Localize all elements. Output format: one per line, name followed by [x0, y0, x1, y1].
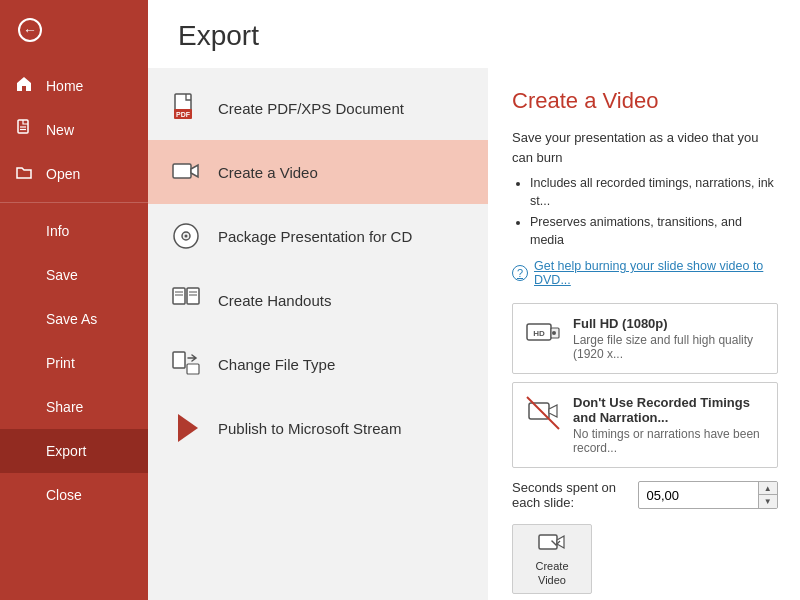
sidebar-item-save[interactable]: Save	[0, 253, 148, 297]
video-icon	[168, 154, 204, 190]
sidebar-item-save-as[interactable]: Save As	[0, 297, 148, 341]
feature-list: Includes all recorded timings, narration…	[530, 175, 778, 249]
sidebar-item-export[interactable]: Export	[0, 429, 148, 473]
cd-icon	[168, 218, 204, 254]
create-video-btn-icon	[538, 531, 566, 555]
no-timings-icon	[525, 395, 561, 431]
open-icon	[14, 163, 34, 185]
option-label-publish-stream: Publish to Microsoft Stream	[218, 420, 401, 437]
svg-text:HD: HD	[533, 329, 545, 338]
create-video-button[interactable]: CreateVideo	[512, 524, 592, 594]
sidebar-item-label-save: Save	[46, 267, 78, 283]
svg-marker-24	[549, 405, 557, 417]
help-link-text: Get help burning your slide show video t…	[534, 259, 778, 287]
sidebar-item-home[interactable]: Home	[0, 64, 148, 108]
svg-point-21	[552, 331, 556, 335]
right-panel: Create a Video Save your presentation as…	[488, 68, 800, 600]
svg-rect-18	[187, 364, 199, 374]
content-area: PDF Create PDF/XPS Document Create a Vid…	[148, 68, 800, 600]
home-icon	[14, 75, 34, 97]
sidebar-item-label-info: Info	[46, 223, 69, 239]
hd-icon: HD	[525, 316, 561, 352]
svg-point-10	[185, 235, 188, 238]
hd-card-text: Full HD (1080p) Large file size and full…	[573, 316, 765, 361]
video-quality-card[interactable]: HD Full HD (1080p) Large file size and f…	[512, 303, 778, 374]
option-label-change-file-type: Change File Type	[218, 356, 335, 373]
sidebar-item-label-close: Close	[46, 487, 82, 503]
publish-triangle-icon	[178, 414, 198, 442]
back-arrow-icon: ←	[18, 18, 42, 42]
option-package-cd[interactable]: Package Presentation for CD	[148, 204, 488, 268]
sidebar-item-label-share: Share	[46, 399, 83, 415]
option-label-create-handouts: Create Handouts	[218, 292, 331, 309]
sidebar-item-label-print: Print	[46, 355, 75, 371]
sidebar-item-label-save-as: Save As	[46, 311, 97, 327]
handouts-icon	[168, 282, 204, 318]
sidebar-item-open[interactable]: Open	[0, 152, 148, 196]
page-title: Export	[148, 0, 800, 68]
option-create-handouts[interactable]: Create Handouts	[148, 268, 488, 332]
svg-marker-27	[557, 536, 564, 548]
sidebar: ← Home New	[0, 0, 148, 600]
svg-rect-26	[539, 535, 557, 549]
hd-card-title: Full HD (1080p)	[573, 316, 765, 331]
svg-text:PDF: PDF	[176, 111, 191, 118]
svg-rect-6	[173, 164, 191, 178]
seconds-row: Seconds spent on each slide: ▲ ▼	[512, 480, 778, 510]
help-icon: ?	[512, 265, 528, 281]
sidebar-divider-1	[0, 202, 148, 203]
svg-rect-11	[173, 288, 185, 304]
sidebar-item-close[interactable]: Close	[0, 473, 148, 517]
no-timings-card-text: Don't Use Recorded Timings and Narration…	[573, 395, 765, 455]
seconds-spinner[interactable]: ▲ ▼	[638, 481, 778, 509]
svg-rect-17	[173, 352, 185, 368]
option-create-video[interactable]: Create a Video	[148, 140, 488, 204]
option-label-package-cd: Package Presentation for CD	[218, 228, 412, 245]
panel-title: Create a Video	[512, 88, 778, 114]
sidebar-nav: Home New Open Inf	[0, 64, 148, 517]
option-label-create-pdf: Create PDF/XPS Document	[218, 100, 404, 117]
no-timings-card-title: Don't Use Recorded Timings and Narration…	[573, 395, 765, 425]
no-timings-card-desc: No timings or narrations have been recor…	[573, 427, 765, 455]
hd-card-desc: Large file size and full high quality (1…	[573, 333, 765, 361]
seconds-label: Seconds spent on each slide:	[512, 480, 628, 510]
sidebar-item-share[interactable]: Share	[0, 385, 148, 429]
feature-item-2: Preserves animations, transitions, and m…	[530, 214, 778, 249]
option-create-pdf[interactable]: PDF Create PDF/XPS Document	[148, 76, 488, 140]
spinner-buttons: ▲ ▼	[758, 482, 777, 508]
sidebar-item-label-export: Export	[46, 443, 86, 459]
sidebar-item-new[interactable]: New	[0, 108, 148, 152]
spinner-down-button[interactable]: ▼	[759, 495, 777, 508]
sidebar-item-print[interactable]: Print	[0, 341, 148, 385]
help-link[interactable]: ? Get help burning your slide show video…	[512, 259, 778, 287]
feature-item-1: Includes all recorded timings, narration…	[530, 175, 778, 210]
no-timings-card[interactable]: Don't Use Recorded Timings and Narration…	[512, 382, 778, 468]
sidebar-item-info[interactable]: Info	[0, 209, 148, 253]
svg-rect-12	[187, 288, 199, 304]
pdf-icon: PDF	[168, 90, 204, 126]
change-type-icon	[168, 346, 204, 382]
spinner-up-button[interactable]: ▲	[759, 482, 777, 495]
sidebar-item-label-new: New	[46, 122, 74, 138]
sidebar-item-label-home: Home	[46, 78, 83, 94]
option-change-file-type[interactable]: Change File Type	[148, 332, 488, 396]
back-button[interactable]: ←	[8, 8, 52, 52]
svg-marker-7	[191, 165, 198, 177]
option-publish-stream[interactable]: Publish to Microsoft Stream	[148, 396, 488, 460]
seconds-input[interactable]	[639, 484, 758, 507]
export-options-list: PDF Create PDF/XPS Document Create a Vid…	[148, 68, 488, 600]
option-label-create-video: Create a Video	[218, 164, 318, 181]
publish-icon	[168, 410, 204, 446]
main-content: Export PDF Create PDF/XPS Document	[148, 0, 800, 600]
create-video-btn-label: CreateVideo	[535, 559, 568, 588]
sidebar-item-label-open: Open	[46, 166, 80, 182]
panel-description: Save your presentation as a video that y…	[512, 128, 778, 167]
new-icon	[14, 119, 34, 141]
